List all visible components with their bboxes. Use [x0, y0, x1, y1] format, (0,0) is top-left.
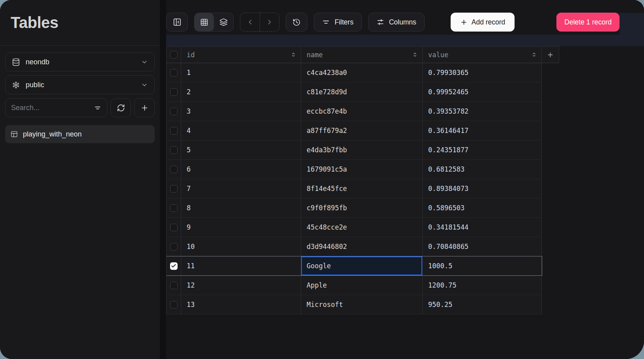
cell-name[interactable]: a87ff679a2 — [301, 121, 423, 140]
row-checkbox-cell[interactable] — [167, 218, 181, 237]
add-table-button[interactable] — [134, 98, 155, 117]
cell-value[interactable]: 950.25 — [423, 295, 542, 314]
row-checkbox[interactable] — [170, 301, 178, 309]
row-checkbox-cell[interactable] — [167, 102, 181, 121]
cell-name[interactable]: c9f0f895fb — [301, 198, 423, 217]
cell-id[interactable]: 9 — [181, 218, 301, 237]
column-header-id[interactable]: id — [181, 47, 301, 63]
column-header-value[interactable]: value — [423, 47, 542, 63]
cell-name[interactable]: e4da3b7fbb — [301, 140, 423, 159]
layers-view-segment[interactable] — [214, 13, 233, 31]
delete-record-button[interactable]: Delete 1 record — [556, 13, 620, 32]
cell-name[interactable]: 8f14e45fce — [301, 179, 423, 198]
row-checkbox[interactable] — [170, 204, 178, 212]
row-checkbox[interactable] — [170, 88, 178, 96]
table-row[interactable]: 3 eccbc87e4b 0.39353782 — [167, 102, 542, 121]
cell-value[interactable]: 0.24351877 — [423, 140, 542, 159]
sort-icon[interactable] — [290, 51, 297, 58]
row-checkbox-cell[interactable] — [167, 198, 181, 217]
cell-id[interactable]: 3 — [181, 102, 301, 121]
table-row[interactable]: 4 a87ff679a2 0.36146417 — [167, 121, 542, 140]
cell-value[interactable]: 0.39353782 — [423, 102, 542, 121]
row-checkbox[interactable] — [170, 127, 178, 135]
sort-icon[interactable] — [531, 51, 537, 58]
table-row[interactable]: 7 8f14e45fce 0.89384073 — [167, 179, 542, 198]
cell-name[interactable]: Apple — [301, 276, 423, 295]
row-checkbox[interactable] — [170, 146, 178, 154]
cell-name[interactable]: 1679091c5a — [301, 160, 423, 179]
row-checkbox-cell[interactable] — [167, 160, 181, 179]
cell-id[interactable]: 2 — [181, 82, 301, 101]
cell-id[interactable]: 4 — [181, 121, 301, 140]
table-row[interactable]: 5 e4da3b7fbb 0.24351877 — [167, 140, 542, 160]
cell-value[interactable]: 0.5896503 — [423, 198, 542, 217]
next-page-button[interactable] — [260, 13, 279, 31]
cell-value[interactable]: 0.36146417 — [423, 121, 542, 140]
search-input[interactable] — [11, 104, 92, 112]
row-checkbox[interactable] — [170, 243, 178, 251]
row-checkbox[interactable] — [170, 108, 178, 115]
row-checkbox-cell[interactable] — [167, 140, 181, 159]
cell-id[interactable]: 5 — [181, 140, 301, 159]
cell-id[interactable]: 6 — [181, 160, 301, 179]
row-checkbox[interactable] — [170, 262, 178, 270]
cell-name[interactable]: 45c48cce2e — [301, 218, 423, 237]
cell-value[interactable]: 1000.5 — [423, 256, 542, 275]
schema-select[interactable]: public — [5, 75, 155, 94]
select-all-checkbox[interactable] — [170, 51, 178, 58]
row-checkbox-cell[interactable] — [167, 295, 181, 314]
table-row[interactable]: 9 45c48cce2e 0.34181544 — [167, 218, 542, 237]
grid-view-segment[interactable] — [195, 13, 214, 31]
row-checkbox-cell[interactable] — [167, 121, 181, 140]
cell-name[interactable]: c4ca4238a0 — [301, 63, 423, 82]
filters-button[interactable]: Filters — [314, 13, 362, 32]
prev-page-button[interactable] — [240, 13, 260, 31]
refresh-button[interactable] — [110, 98, 131, 117]
sidebar-item-playing-with-neon[interactable]: playing_with_neon — [5, 125, 155, 143]
table-row[interactable]: 12 Apple 1200.75 — [167, 276, 542, 295]
cell-id[interactable]: 13 — [181, 295, 301, 314]
row-checkbox-cell[interactable] — [167, 256, 181, 275]
cell-value[interactable]: 1200.75 — [423, 276, 542, 295]
cell-value[interactable]: 0.99952465 — [423, 82, 542, 101]
cell-id[interactable]: 8 — [181, 198, 301, 217]
row-checkbox-cell[interactable] — [167, 82, 181, 101]
search-box[interactable] — [5, 98, 107, 117]
add-column-button[interactable]: + — [542, 47, 559, 63]
table-row[interactable]: 1 c4ca4238a0 0.79930365 — [167, 63, 542, 82]
add-record-button[interactable]: Add record — [451, 13, 515, 32]
cell-id[interactable]: 10 — [181, 237, 301, 256]
table-row[interactable]: 6 1679091c5a 0.6812583 — [167, 160, 542, 179]
cell-name[interactable]: Microsoft — [301, 295, 423, 314]
row-checkbox[interactable] — [170, 185, 178, 193]
cell-id[interactable]: 1 — [181, 63, 301, 82]
row-checkbox-cell[interactable] — [167, 276, 181, 295]
cell-name[interactable]: c81e728d9d — [301, 82, 423, 101]
history-button[interactable] — [286, 13, 307, 32]
cell-id[interactable]: 11 — [181, 256, 301, 275]
database-select[interactable]: neondb — [5, 52, 155, 71]
cell-value[interactable]: 0.6812583 — [423, 160, 542, 179]
row-checkbox[interactable] — [170, 69, 178, 77]
cell-id[interactable]: 12 — [181, 276, 301, 295]
cell-name[interactable]: eccbc87e4b — [301, 102, 423, 121]
cell-value[interactable]: 0.34181544 — [423, 218, 542, 237]
cell-value[interactable]: 0.79930365 — [423, 63, 542, 82]
cell-value[interactable]: 0.70840865 — [423, 237, 542, 256]
columns-button[interactable]: Columns — [368, 13, 425, 32]
row-checkbox[interactable] — [170, 282, 178, 289]
collapse-sidebar-button[interactable] — [166, 13, 188, 32]
row-checkbox-cell[interactable] — [167, 63, 181, 82]
table-row[interactable]: 8 c9f0f895fb 0.5896503 — [167, 198, 542, 218]
cell-id[interactable]: 7 — [181, 179, 301, 198]
sort-icon[interactable] — [412, 51, 418, 58]
row-checkbox[interactable] — [170, 224, 178, 231]
row-checkbox-cell[interactable] — [167, 237, 181, 256]
column-header-name[interactable]: name — [301, 47, 423, 63]
row-checkbox[interactable] — [170, 166, 178, 173]
cell-name[interactable]: d3d9446802 — [301, 237, 423, 256]
table-row[interactable]: 11 Google 1000.5 — [167, 256, 542, 276]
table-row[interactable]: 13 Microsoft 950.25 — [167, 295, 542, 314]
cell-value[interactable]: 0.89384073 — [423, 179, 542, 198]
table-row[interactable]: 2 c81e728d9d 0.99952465 — [167, 82, 542, 102]
